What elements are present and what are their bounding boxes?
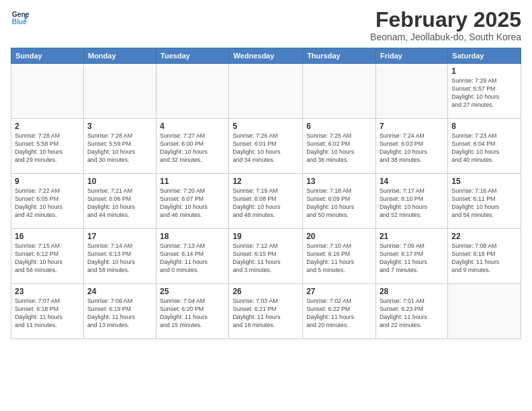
calendar-cell: 28Sunrise: 7:01 AM Sunset: 6:23 PM Dayli… <box>375 284 447 339</box>
day-number: 15 <box>451 177 517 186</box>
calendar-cell: 10Sunrise: 7:21 AM Sunset: 6:06 PM Dayli… <box>83 174 156 229</box>
day-number: 21 <box>380 232 444 241</box>
day-number: 13 <box>306 177 372 186</box>
day-info: Sunrise: 7:24 AM Sunset: 6:03 PM Dayligh… <box>380 132 444 165</box>
calendar-cell <box>83 64 156 119</box>
day-number: 4 <box>160 122 225 131</box>
calendar-cell: 26Sunrise: 7:03 AM Sunset: 6:21 PM Dayli… <box>229 284 303 339</box>
day-info: Sunrise: 7:06 AM Sunset: 6:19 PM Dayligh… <box>87 298 152 330</box>
calendar-cell: 16Sunrise: 7:15 AM Sunset: 6:12 PM Dayli… <box>11 229 84 284</box>
day-info: Sunrise: 7:16 AM Sunset: 6:11 PM Dayligh… <box>451 187 517 220</box>
calendar-cell: 25Sunrise: 7:04 AM Sunset: 6:20 PM Dayli… <box>157 284 229 339</box>
day-number: 6 <box>306 122 372 131</box>
day-number: 22 <box>451 232 517 241</box>
calendar-cell <box>157 64 229 119</box>
day-info: Sunrise: 7:01 AM Sunset: 6:23 PM Dayligh… <box>380 298 444 330</box>
calendar-header-row: Sunday Monday Tuesday Wednesday Thursday… <box>11 48 521 64</box>
day-info: Sunrise: 7:15 AM Sunset: 6:12 PM Dayligh… <box>15 242 80 275</box>
calendar-cell <box>303 64 376 119</box>
day-number: 16 <box>15 232 80 241</box>
calendar-cell <box>11 64 84 119</box>
col-thursday: Thursday <box>303 48 376 64</box>
day-number: 23 <box>15 287 80 296</box>
calendar-week-row: 1Sunrise: 7:29 AM Sunset: 5:57 PM Daylig… <box>11 64 521 119</box>
calendar-cell: 11Sunrise: 7:20 AM Sunset: 6:07 PM Dayli… <box>157 174 229 229</box>
day-info: Sunrise: 7:07 AM Sunset: 6:18 PM Dayligh… <box>15 298 80 330</box>
calendar-cell: 21Sunrise: 7:09 AM Sunset: 6:17 PM Dayli… <box>375 229 447 284</box>
calendar-cell: 1Sunrise: 7:29 AM Sunset: 5:57 PM Daylig… <box>448 64 521 119</box>
day-info: Sunrise: 7:20 AM Sunset: 6:07 PM Dayligh… <box>160 187 225 220</box>
col-friday: Friday <box>375 48 447 64</box>
day-number: 25 <box>160 287 225 296</box>
day-number: 7 <box>380 122 444 131</box>
calendar-cell: 23Sunrise: 7:07 AM Sunset: 6:18 PM Dayli… <box>11 284 84 339</box>
day-info: Sunrise: 7:19 AM Sunset: 6:08 PM Dayligh… <box>232 187 299 220</box>
calendar-week-row: 2Sunrise: 7:28 AM Sunset: 5:58 PM Daylig… <box>11 119 521 174</box>
calendar-cell: 27Sunrise: 7:02 AM Sunset: 6:22 PM Dayli… <box>303 284 376 339</box>
calendar-cell: 5Sunrise: 7:26 AM Sunset: 6:01 PM Daylig… <box>229 119 303 174</box>
day-number: 2 <box>15 122 80 131</box>
calendar-cell: 24Sunrise: 7:06 AM Sunset: 6:19 PM Dayli… <box>83 284 156 339</box>
col-saturday: Saturday <box>448 48 521 64</box>
day-info: Sunrise: 7:28 AM Sunset: 5:59 PM Dayligh… <box>87 132 152 165</box>
day-number: 19 <box>232 232 299 241</box>
day-info: Sunrise: 7:03 AM Sunset: 6:21 PM Dayligh… <box>232 298 299 330</box>
day-number: 5 <box>232 122 299 131</box>
logo: General Blue <box>11 8 30 27</box>
day-number: 10 <box>87 177 152 186</box>
day-number: 3 <box>87 122 152 131</box>
calendar-week-row: 9Sunrise: 7:22 AM Sunset: 6:05 PM Daylig… <box>11 174 521 229</box>
calendar-week-row: 16Sunrise: 7:15 AM Sunset: 6:12 PM Dayli… <box>11 229 521 284</box>
day-number: 11 <box>160 177 225 186</box>
day-info: Sunrise: 7:27 AM Sunset: 6:00 PM Dayligh… <box>160 132 225 165</box>
calendar-cell: 8Sunrise: 7:23 AM Sunset: 6:04 PM Daylig… <box>448 119 521 174</box>
day-info: Sunrise: 7:26 AM Sunset: 6:01 PM Dayligh… <box>232 132 299 165</box>
calendar-cell: 4Sunrise: 7:27 AM Sunset: 6:00 PM Daylig… <box>157 119 229 174</box>
col-monday: Monday <box>83 48 156 64</box>
day-info: Sunrise: 7:18 AM Sunset: 6:09 PM Dayligh… <box>306 187 372 220</box>
calendar-cell: 6Sunrise: 7:25 AM Sunset: 6:02 PM Daylig… <box>303 119 376 174</box>
day-info: Sunrise: 7:12 AM Sunset: 6:15 PM Dayligh… <box>232 242 299 275</box>
day-number: 9 <box>15 177 80 186</box>
day-number: 17 <box>87 232 152 241</box>
calendar-cell: 7Sunrise: 7:24 AM Sunset: 6:03 PM Daylig… <box>375 119 447 174</box>
day-info: Sunrise: 7:10 AM Sunset: 6:16 PM Dayligh… <box>306 242 372 275</box>
day-number: 26 <box>232 287 299 296</box>
day-info: Sunrise: 7:25 AM Sunset: 6:02 PM Dayligh… <box>306 132 372 165</box>
day-number: 1 <box>451 66 517 76</box>
logo-icon: General Blue <box>11 8 30 27</box>
day-info: Sunrise: 7:29 AM Sunset: 5:57 PM Dayligh… <box>451 77 517 109</box>
title-section: February 2025 Beonam, Jeollabuk-do, Sout… <box>370 8 521 42</box>
header: General Blue February 2025 Beonam, Jeoll… <box>11 8 521 42</box>
day-number: 8 <box>451 122 517 131</box>
calendar-cell <box>375 64 447 119</box>
month-title: February 2025 <box>370 8 521 32</box>
day-info: Sunrise: 7:14 AM Sunset: 6:13 PM Dayligh… <box>87 242 152 275</box>
day-number: 14 <box>380 177 444 186</box>
day-info: Sunrise: 7:08 AM Sunset: 6:18 PM Dayligh… <box>451 242 517 275</box>
day-info: Sunrise: 7:21 AM Sunset: 6:06 PM Dayligh… <box>87 187 152 220</box>
day-info: Sunrise: 7:22 AM Sunset: 6:05 PM Dayligh… <box>15 187 80 220</box>
calendar-cell <box>448 284 521 339</box>
calendar-cell: 2Sunrise: 7:28 AM Sunset: 5:58 PM Daylig… <box>11 119 84 174</box>
col-tuesday: Tuesday <box>157 48 229 64</box>
day-number: 27 <box>306 287 372 296</box>
day-number: 28 <box>380 287 444 296</box>
day-info: Sunrise: 7:09 AM Sunset: 6:17 PM Dayligh… <box>380 242 444 275</box>
day-info: Sunrise: 7:04 AM Sunset: 6:20 PM Dayligh… <box>160 298 225 330</box>
location: Beonam, Jeollabuk-do, South Korea <box>370 32 521 42</box>
calendar-cell: 12Sunrise: 7:19 AM Sunset: 6:08 PM Dayli… <box>229 174 303 229</box>
calendar-cell: 3Sunrise: 7:28 AM Sunset: 5:59 PM Daylig… <box>83 119 156 174</box>
day-info: Sunrise: 7:23 AM Sunset: 6:04 PM Dayligh… <box>451 132 517 165</box>
calendar-cell: 22Sunrise: 7:08 AM Sunset: 6:18 PM Dayli… <box>448 229 521 284</box>
calendar-cell: 20Sunrise: 7:10 AM Sunset: 6:16 PM Dayli… <box>303 229 376 284</box>
calendar-cell: 14Sunrise: 7:17 AM Sunset: 6:10 PM Dayli… <box>375 174 447 229</box>
page: General Blue February 2025 Beonam, Jeoll… <box>0 0 532 411</box>
calendar-week-row: 23Sunrise: 7:07 AM Sunset: 6:18 PM Dayli… <box>11 284 521 339</box>
day-number: 20 <box>306 232 372 241</box>
day-number: 18 <box>160 232 225 241</box>
calendar-cell: 19Sunrise: 7:12 AM Sunset: 6:15 PM Dayli… <box>229 229 303 284</box>
calendar-cell: 17Sunrise: 7:14 AM Sunset: 6:13 PM Dayli… <box>83 229 156 284</box>
calendar-cell: 15Sunrise: 7:16 AM Sunset: 6:11 PM Dayli… <box>448 174 521 229</box>
calendar: Sunday Monday Tuesday Wednesday Thursday… <box>11 48 521 339</box>
